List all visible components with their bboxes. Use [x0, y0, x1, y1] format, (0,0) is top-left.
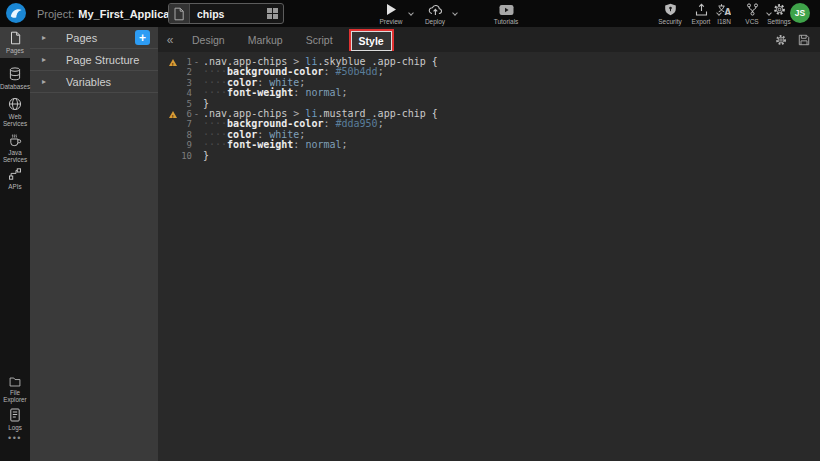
- line-number: 7: [181, 119, 192, 129]
- page-tab-label: chips: [190, 8, 261, 20]
- chevron-down-icon[interactable]: [408, 10, 414, 16]
- translate-icon: A: [717, 3, 731, 16]
- open-page-tab-chips[interactable]: chips: [168, 3, 284, 24]
- shield-icon: [664, 3, 677, 16]
- line-number: 4: [181, 88, 192, 98]
- editor-area: « Design Markup Script Style: [158, 27, 820, 461]
- collapse-panel-button[interactable]: «: [164, 33, 176, 47]
- action-label: Security: [658, 18, 681, 25]
- action-label: Export: [692, 18, 711, 25]
- sidebar-item-label: Web Services: [0, 113, 30, 127]
- panel-section-variables[interactable]: ▸ Variables: [30, 71, 158, 93]
- editor-tab-bar: « Design Markup Script Style: [158, 27, 820, 52]
- sidebar-item-label: File Explorer: [0, 389, 30, 403]
- code-text: ····font-weight: normal;: [203, 140, 348, 150]
- panel-section-label: Page Structure: [66, 54, 139, 66]
- save-button[interactable]: [798, 34, 810, 46]
- annotation-highlight-box: Style: [349, 29, 394, 51]
- top-bar: Project: My_First_Application › chips: [0, 0, 820, 27]
- line-number: 6: [181, 109, 192, 119]
- video-tutorials-icon: [499, 3, 514, 16]
- line-number: 9: [181, 140, 192, 150]
- left-icon-sidebar: Pages Databases Web Services Java S: [0, 27, 30, 461]
- sidebar-item-label: Pages: [6, 47, 24, 54]
- git-branch-icon: [745, 3, 759, 16]
- code-line[interactable]: 10}: [168, 151, 820, 161]
- line-number: 2: [181, 67, 192, 77]
- line-number: 8: [181, 130, 192, 140]
- sidebar-item-label: Java Services: [0, 149, 30, 163]
- tab-script[interactable]: Script: [299, 31, 340, 49]
- action-label: Settings: [767, 18, 791, 25]
- page-switcher-grid-icon[interactable]: [261, 8, 283, 19]
- code-editor-lines: 1-.nav.app-chips > li.skyblue .app-chip …: [168, 57, 820, 161]
- export-arrow-icon: [695, 3, 708, 16]
- action-label: Deploy: [425, 18, 445, 25]
- tutorials-button[interactable]: Tutorials: [488, 3, 524, 26]
- sidebar-item-label: APIs: [8, 183, 21, 190]
- preview-button[interactable]: Preview: [372, 3, 410, 26]
- globe-icon: [8, 97, 22, 111]
- sidebar-item-file-explorer[interactable]: File Explorer: [0, 372, 30, 403]
- fold-toggle[interactable]: -: [192, 57, 201, 67]
- action-label: Preview: [379, 18, 402, 25]
- gear-icon: [773, 3, 786, 16]
- panel-section-pages[interactable]: ▸ Pages +: [30, 27, 158, 49]
- sidebar-item-logs[interactable]: Logs: [0, 404, 30, 431]
- pages-icon: [9, 31, 22, 45]
- tab-style[interactable]: Style: [351, 31, 392, 51]
- deploy-button[interactable]: Deploy: [416, 3, 454, 26]
- security-button[interactable]: Security: [652, 3, 688, 26]
- sidebar-item-label: Databases: [0, 83, 30, 90]
- tab-design[interactable]: Design: [185, 31, 232, 49]
- sidebar-item-pages[interactable]: Pages: [0, 27, 30, 58]
- api-nodes-icon: [8, 167, 22, 181]
- user-avatar[interactable]: JS: [790, 3, 810, 23]
- panel-section-page-structure[interactable]: ▸ Page Structure: [30, 49, 158, 71]
- panel-section-label: Variables: [66, 76, 111, 88]
- logs-document-icon: [9, 408, 21, 422]
- project-label: Project:: [37, 8, 74, 20]
- fold-toggle[interactable]: -: [192, 109, 201, 119]
- style-code-editor[interactable]: 1-.nav.app-chips > li.skyblue .app-chip …: [158, 52, 820, 461]
- gear-icon: [775, 34, 787, 46]
- chevron-down-icon[interactable]: [452, 10, 458, 16]
- folder-icon: [8, 376, 22, 387]
- play-icon: [385, 3, 397, 16]
- coffee-cup-icon: [8, 133, 22, 147]
- deploy-cloud-icon: [428, 3, 443, 16]
- expand-arrow-icon[interactable]: ▸: [42, 33, 50, 42]
- app-window: Project: My_First_Application › chips: [0, 0, 820, 461]
- i18n-button[interactable]: A I18N: [711, 3, 737, 26]
- code-line[interactable]: 9····font-weight: normal;: [168, 140, 820, 150]
- pages-panel: ▸ Pages + ▸ Page Structure ▸ Variables: [30, 27, 158, 461]
- code-line[interactable]: 4····font-weight: normal;: [168, 88, 820, 98]
- action-label: I18N: [717, 18, 731, 25]
- sidebar-item-databases[interactable]: Databases: [0, 63, 30, 91]
- tab-markup[interactable]: Markup: [241, 31, 290, 49]
- sidebar-item-apis[interactable]: APIs: [0, 163, 30, 191]
- warning-icon: [168, 59, 181, 66]
- sidebar-item-label: Logs: [8, 424, 22, 431]
- expand-arrow-icon[interactable]: ▸: [42, 55, 50, 64]
- panel-section-label: Pages: [66, 32, 97, 44]
- line-number: 1: [181, 57, 192, 67]
- line-number: 5: [181, 99, 192, 109]
- editor-settings-button[interactable]: [775, 34, 787, 46]
- action-label: Tutorials: [494, 18, 519, 25]
- warning-icon: [168, 111, 181, 118]
- expand-arrow-icon[interactable]: ▸: [42, 77, 50, 86]
- sidebar-more-button[interactable]: •••: [0, 433, 30, 443]
- wavemaker-logo-icon[interactable]: [6, 3, 26, 23]
- sidebar-item-java-services[interactable]: Java Services: [0, 129, 30, 163]
- add-page-button[interactable]: +: [135, 30, 150, 45]
- line-number: 10: [181, 151, 192, 161]
- database-icon: [8, 67, 22, 81]
- code-text: }: [203, 151, 209, 161]
- page-file-icon: [169, 4, 190, 23]
- action-label: VCS: [745, 18, 758, 25]
- sidebar-item-web-services[interactable]: Web Services: [0, 93, 30, 128]
- line-number: 3: [181, 78, 192, 88]
- svg-text:A: A: [725, 7, 732, 16]
- save-floppy-icon: [798, 34, 810, 46]
